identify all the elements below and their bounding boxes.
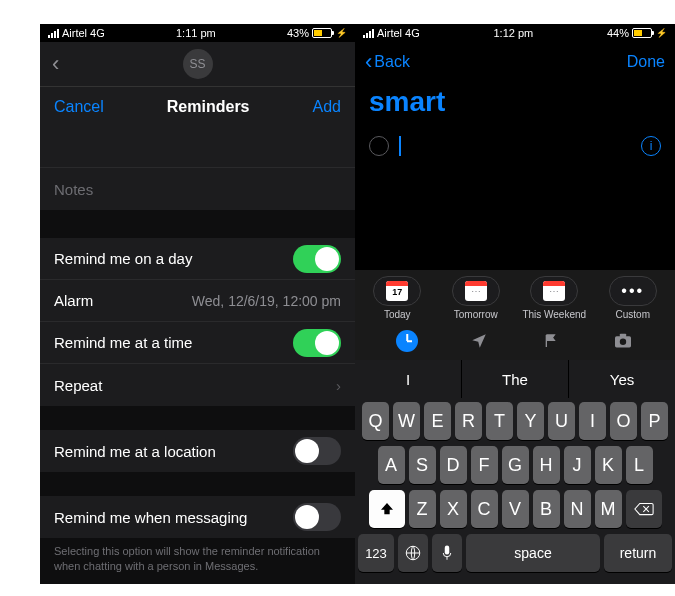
remind-on-day-toggle[interactable] <box>293 245 341 273</box>
list-title: smart <box>355 82 675 128</box>
return-key[interactable]: return <box>604 534 672 572</box>
repeat-row[interactable]: Repeat › <box>40 364 355 406</box>
charging-icon: ⚡ <box>656 28 667 38</box>
reminder-title-input[interactable] <box>40 126 355 168</box>
done-button[interactable]: Done <box>627 53 665 71</box>
location-arrow-icon <box>470 332 488 350</box>
battery-icon <box>312 28 332 38</box>
alarm-value: Wed, 12/6/19, 12:00 pm <box>192 293 341 309</box>
key-a[interactable]: A <box>378 446 405 484</box>
key-z[interactable]: Z <box>409 490 436 528</box>
repeat-label: Repeat <box>54 377 102 394</box>
key-l[interactable]: L <box>626 446 653 484</box>
dictation-key[interactable] <box>432 534 462 572</box>
photo-button[interactable] <box>610 328 636 354</box>
quick-today-button[interactable]: Today <box>365 276 429 320</box>
charging-icon: ⚡ <box>336 28 347 38</box>
remind-when-messaging-label: Remind me when messaging <box>54 509 247 526</box>
key-n[interactable]: N <box>564 490 591 528</box>
key-y[interactable]: Y <box>517 402 544 440</box>
remind-on-day-label: Remind me on a day <box>54 250 192 267</box>
space-key[interactable]: space <box>466 534 600 572</box>
remind-at-location-row: Remind me at a location <box>40 430 355 472</box>
add-button[interactable]: Add <box>313 98 341 116</box>
key-u[interactable]: U <box>548 402 575 440</box>
key-v[interactable]: V <box>502 490 529 528</box>
quick-tomorrow-button[interactable]: Tomorrow <box>444 276 508 320</box>
quick-custom-button[interactable]: ••• Custom <box>601 276 665 320</box>
remind-at-time-toggle[interactable] <box>293 329 341 357</box>
keyboard: QWERTYUIOP ASDFGHJKL ZXCVBNM 123 <box>355 398 675 584</box>
svg-point-1 <box>620 339 626 345</box>
clock-label: 1:11 pm <box>176 27 216 39</box>
key-h[interactable]: H <box>533 446 560 484</box>
quick-weekend-button[interactable]: This Weekend <box>522 276 586 320</box>
location-button[interactable] <box>466 328 492 354</box>
parent-header: ‹ SS <box>40 42 355 86</box>
calendar-today-icon <box>386 281 408 301</box>
globe-key[interactable] <box>398 534 428 572</box>
key-k[interactable]: K <box>595 446 622 484</box>
key-i[interactable]: I <box>579 402 606 440</box>
key-d[interactable]: D <box>440 446 467 484</box>
text-cursor <box>399 136 401 156</box>
prediction-1[interactable]: I <box>355 360 462 398</box>
alarm-row[interactable]: Alarm Wed, 12/6/19, 12:00 pm <box>40 280 355 322</box>
key-x[interactable]: X <box>440 490 467 528</box>
key-c[interactable]: C <box>471 490 498 528</box>
signal-icon <box>363 29 374 38</box>
remind-when-messaging-toggle[interactable] <box>293 503 341 531</box>
notes-input[interactable]: Notes <box>40 168 355 210</box>
modal-title: Reminders <box>167 98 250 116</box>
remind-at-location-label: Remind me at a location <box>54 443 216 460</box>
prediction-3[interactable]: Yes <box>569 360 675 398</box>
svg-rect-2 <box>620 334 626 337</box>
key-e[interactable]: E <box>424 402 451 440</box>
key-t[interactable]: T <box>486 402 513 440</box>
flag-icon <box>543 332 559 350</box>
key-m[interactable]: M <box>595 490 622 528</box>
shift-key[interactable] <box>369 490 405 528</box>
prediction-2[interactable]: The <box>462 360 569 398</box>
status-bar: Airtel 4G 1:12 pm 44% ⚡ <box>355 24 675 42</box>
remind-when-messaging-row: Remind me when messaging <box>40 496 355 538</box>
left-screenshot: Airtel 4G 1:11 pm 43% ⚡ ‹ SS Cancel Remi… <box>40 24 355 584</box>
chevron-left-icon: ‹ <box>365 49 372 75</box>
keyboard-area: Today Tomorrow This Weekend ••• Custom <box>355 270 675 584</box>
time-button[interactable] <box>394 328 420 354</box>
key-g[interactable]: G <box>502 446 529 484</box>
cancel-button[interactable]: Cancel <box>54 98 104 116</box>
camera-icon <box>613 333 633 349</box>
secondary-toolbar <box>355 322 675 360</box>
nav-bar: ‹ Back Done <box>355 42 675 82</box>
key-row-4: 123 space return <box>358 534 672 572</box>
key-b[interactable]: B <box>533 490 560 528</box>
key-j[interactable]: J <box>564 446 591 484</box>
avatar[interactable]: SS <box>183 49 213 79</box>
carrier-label: Airtel 4G <box>377 27 420 39</box>
key-r[interactable]: R <box>455 402 482 440</box>
delete-key[interactable] <box>626 490 662 528</box>
key-s[interactable]: S <box>409 446 436 484</box>
key-q[interactable]: Q <box>362 402 389 440</box>
new-reminder-row[interactable]: i <box>355 128 675 164</box>
back-button[interactable]: ‹ Back <box>365 49 410 75</box>
globe-icon <box>404 544 422 562</box>
numbers-key[interactable]: 123 <box>358 534 394 572</box>
battery-icon <box>632 28 652 38</box>
alarm-label: Alarm <box>54 292 93 309</box>
ellipsis-icon: ••• <box>621 282 644 300</box>
signal-icon <box>48 29 59 38</box>
modal-header: Cancel Reminders Add <box>40 86 355 126</box>
remind-at-time-label: Remind me at a time <box>54 334 192 351</box>
key-f[interactable]: F <box>471 446 498 484</box>
key-o[interactable]: O <box>610 402 637 440</box>
info-icon[interactable]: i <box>641 136 661 156</box>
completion-circle-icon[interactable] <box>369 136 389 156</box>
key-w[interactable]: W <box>393 402 420 440</box>
flag-button[interactable] <box>538 328 564 354</box>
remind-at-location-toggle[interactable] <box>293 437 341 465</box>
chevron-right-icon: › <box>336 377 341 394</box>
key-p[interactable]: P <box>641 402 668 440</box>
back-chevron-icon[interactable]: ‹ <box>52 51 59 77</box>
